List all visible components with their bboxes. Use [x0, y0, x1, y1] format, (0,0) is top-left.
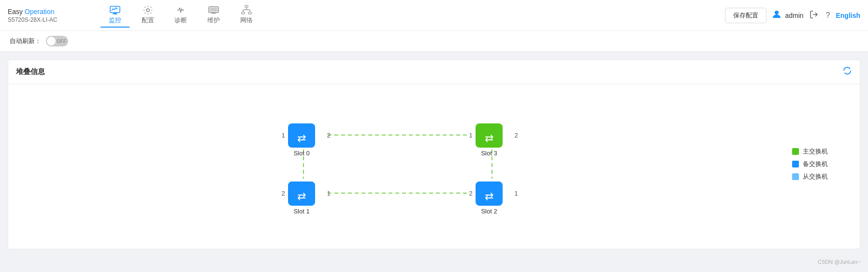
logo-area: Easy Operation S5720S-28X-LI-AC [8, 8, 85, 23]
svg-text:Slot 1: Slot 1 [293, 208, 309, 215]
svg-text:⇄: ⇄ [485, 132, 493, 144]
diagnose-icon [175, 5, 187, 15]
svg-text:1: 1 [514, 190, 518, 197]
card-title: 堆叠信息 [16, 67, 45, 76]
legend: 主交换机 备交换机 从交换机 [782, 94, 840, 234]
svg-text:1: 1 [327, 190, 330, 197]
user-icon [772, 10, 781, 21]
config-icon [142, 5, 154, 15]
svg-rect-2 [113, 14, 117, 15]
logo-subtitle: S5720S-28X-LI-AC [8, 16, 85, 23]
legend-color-master [792, 148, 799, 155]
footer: CSDN @JunLan~ [0, 257, 868, 267]
sub-toolbar: 自动刷新： OFF [0, 31, 868, 52]
svg-text:Slot 3: Slot 3 [481, 150, 497, 157]
header: Easy Operation S5720S-28X-LI-AC 监控 [0, 0, 868, 31]
monitor-label: 监控 [109, 16, 121, 25]
nav-item-diagnose[interactable]: 诊断 [166, 3, 195, 28]
svg-point-3 [146, 9, 149, 12]
refresh-button[interactable] [842, 66, 852, 78]
nav-item-network[interactable]: 网络 [232, 3, 261, 28]
user-name: admin [785, 12, 803, 19]
auto-refresh-label: 自动刷新： [10, 37, 41, 45]
topology-svg: 1 2 ⇄ Slot 0 1 2 ⇄ Slot 3 2 1 [188, 96, 622, 232]
svg-text:1: 1 [281, 132, 285, 139]
logo-title: Easy Operation [8, 8, 85, 15]
diagnose-label: 诊断 [174, 16, 187, 25]
svg-text:Slot 0: Slot 0 [293, 150, 309, 157]
auto-refresh-toggle[interactable]: OFF [46, 36, 68, 46]
svg-rect-1 [114, 13, 116, 14]
toggle-state-text: OFF [57, 39, 66, 44]
topology-area: 1 2 ⇄ Slot 0 1 2 ⇄ Slot 3 2 1 [8, 84, 860, 249]
logo-easy: Easy [8, 8, 23, 15]
svg-point-21 [775, 11, 779, 15]
svg-rect-15 [242, 12, 245, 14]
legend-label-master: 主交换机 [803, 147, 828, 156]
svg-text:⇄: ⇄ [297, 190, 306, 202]
help-icon[interactable]: ? [824, 9, 832, 22]
diagram-container: 1 2 ⇄ Slot 0 1 2 ⇄ Slot 3 2 1 [28, 94, 782, 234]
svg-text:⇄: ⇄ [297, 132, 306, 144]
svg-rect-11 [210, 8, 217, 12]
save-config-button[interactable]: 保存配置 [725, 8, 767, 23]
nav-item-monitor[interactable]: 监控 [101, 3, 130, 28]
card-header: 堆叠信息 [8, 60, 860, 84]
network-label: 网络 [240, 16, 253, 25]
legend-item-master: 主交换机 [792, 147, 828, 156]
nav-item-maintain[interactable]: 维护 [199, 3, 228, 28]
language-button[interactable]: English [836, 12, 860, 19]
legend-label-backup: 备交换机 [803, 160, 828, 168]
logout-icon[interactable] [808, 8, 820, 23]
svg-text:2: 2 [514, 132, 518, 139]
legend-color-backup [792, 161, 799, 167]
header-right: 保存配置 admin ? English [725, 8, 860, 23]
svg-rect-14 [245, 5, 248, 7]
legend-item-backup: 备交换机 [792, 160, 828, 168]
maintain-icon [208, 5, 219, 15]
svg-line-7 [181, 9, 182, 13]
monitor-icon [109, 5, 121, 15]
svg-line-8 [182, 9, 183, 10]
svg-text:2: 2 [469, 190, 472, 197]
toggle-knob [47, 37, 56, 45]
svg-text:Slot 2: Slot 2 [481, 208, 497, 215]
stack-info-card: 堆叠信息 [8, 60, 860, 249]
legend-color-slave [792, 173, 799, 180]
network-icon [241, 5, 252, 15]
legend-label-slave: 从交换机 [803, 172, 828, 181]
config-label: 配置 [142, 16, 154, 25]
user-area: admin ? English [772, 8, 860, 23]
legend-item-slave: 从交换机 [792, 172, 828, 181]
logo-operation: Operation [23, 8, 54, 15]
nav-item-config[interactable]: 配置 [133, 3, 162, 28]
maintain-label: 维护 [207, 16, 220, 25]
svg-text:⇄: ⇄ [485, 190, 493, 202]
main-content: 堆叠信息 [0, 52, 868, 257]
svg-text:2: 2 [281, 190, 285, 197]
svg-text:1: 1 [469, 132, 472, 139]
svg-text:2: 2 [327, 132, 330, 139]
main-nav: 监控 配置 诊断 [101, 3, 725, 28]
footer-credit: CSDN @JunLan~ [818, 259, 860, 265]
svg-rect-16 [248, 12, 251, 14]
